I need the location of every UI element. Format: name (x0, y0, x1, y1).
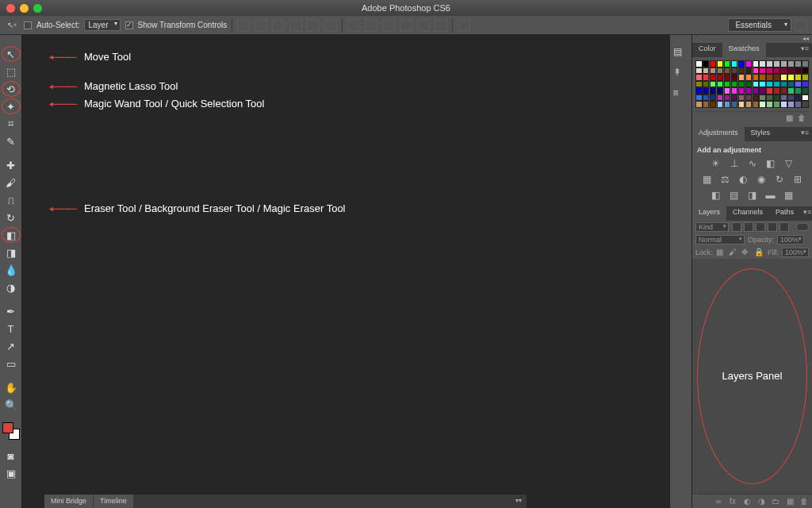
align-icon[interactable] (289, 19, 302, 32)
brightness-icon[interactable]: ☀ (710, 158, 722, 169)
swatch[interactable] (695, 94, 703, 102)
swatch[interactable] (738, 87, 745, 94)
swatch[interactable] (724, 74, 731, 81)
link-layers-icon[interactable]: ∞ (714, 497, 723, 506)
swatch[interactable] (731, 81, 738, 88)
swatch[interactable] (795, 87, 802, 94)
swatch[interactable] (780, 81, 787, 88)
swatch[interactable] (703, 94, 710, 102)
swatch[interactable] (710, 74, 717, 81)
swatch[interactable] (795, 81, 802, 88)
swatch[interactable] (703, 81, 710, 88)
swatch[interactable] (724, 101, 731, 108)
lasso-tool[interactable]: ⟲ (2, 81, 21, 97)
swatch[interactable] (731, 74, 738, 81)
stamp-tool[interactable]: ⎍ (2, 192, 21, 208)
swatch[interactable] (724, 60, 731, 67)
transform-checkbox[interactable] (125, 21, 133, 29)
distribute-icon[interactable] (435, 19, 447, 32)
swatch[interactable] (753, 81, 760, 88)
swatch[interactable] (753, 87, 760, 94)
photo-filter-icon[interactable]: ◉ (756, 174, 768, 185)
swatch[interactable] (753, 74, 760, 81)
align-icon[interactable] (255, 19, 267, 32)
swatch[interactable] (695, 74, 703, 81)
eyedropper-tool[interactable]: ✎ (2, 133, 21, 149)
eraser-tool[interactable]: ◧ (2, 227, 21, 243)
tab-color[interactable]: Color (692, 43, 722, 57)
swatch[interactable] (731, 87, 738, 94)
exposure-icon[interactable]: ◧ (764, 158, 776, 169)
swatch[interactable] (802, 81, 809, 88)
swatch[interactable] (745, 101, 753, 108)
swatch[interactable] (759, 60, 766, 67)
swatch[interactable] (745, 94, 753, 102)
collapse-icon[interactable]: ◂◂ (692, 35, 812, 43)
new-layer-icon[interactable]: ▦ (785, 497, 795, 506)
swatch[interactable] (773, 101, 780, 108)
swatch[interactable] (753, 67, 760, 75)
swatch[interactable] (773, 94, 780, 102)
workspace-dropdown[interactable]: Essentials (728, 18, 791, 32)
swatch[interactable] (787, 60, 795, 67)
swatch[interactable] (773, 87, 780, 94)
swatch[interactable] (738, 67, 745, 75)
swatch[interactable] (738, 60, 745, 67)
swatch[interactable] (731, 60, 738, 67)
align-icon[interactable] (237, 19, 250, 32)
swatch[interactable] (738, 94, 745, 102)
swatch[interactable] (759, 67, 766, 75)
dodge-tool[interactable]: ◑ (2, 279, 21, 295)
selective-color-icon[interactable]: ▦ (783, 190, 795, 201)
swatch[interactable] (717, 94, 724, 102)
swatch[interactable] (766, 94, 773, 102)
align-icon[interactable] (307, 19, 320, 32)
swatch[interactable] (795, 74, 802, 81)
swatch[interactable] (695, 81, 703, 88)
collapse-icon[interactable]: ▾▾ (511, 495, 527, 508)
brush-tool[interactable]: 🖌 (2, 175, 21, 190)
swatch[interactable] (766, 101, 773, 108)
tab-timeline[interactable]: Timeline (94, 495, 133, 508)
healing-tool[interactable]: ✚ (2, 157, 21, 173)
swatch[interactable] (773, 67, 780, 75)
swatch[interactable] (710, 101, 717, 108)
lock-transparent-icon[interactable]: ▦ (716, 248, 726, 256)
swatch[interactable] (710, 81, 717, 88)
swatch[interactable] (780, 87, 787, 94)
swatch[interactable] (731, 101, 738, 108)
swatch[interactable] (787, 87, 795, 94)
swatch[interactable] (717, 74, 724, 81)
balance-icon[interactable]: ⚖ (719, 174, 731, 185)
swatch[interactable] (695, 67, 703, 75)
swatch[interactable] (787, 94, 795, 102)
new-group-icon[interactable]: 🗀 (771, 497, 780, 506)
swatch[interactable] (710, 94, 717, 102)
swatch[interactable] (717, 60, 724, 67)
swatch[interactable] (773, 81, 780, 88)
distribute-icon[interactable] (417, 19, 430, 32)
align-icon[interactable] (324, 19, 337, 32)
properties-panel-icon[interactable]: ≡ (673, 87, 689, 102)
swatch[interactable] (703, 101, 710, 108)
swatch[interactable] (780, 101, 787, 108)
layer-mask-icon[interactable]: ◐ (742, 497, 752, 506)
swatch[interactable] (745, 81, 753, 88)
lock-position-icon[interactable]: ✥ (741, 248, 751, 256)
posterize-icon[interactable]: ▤ (728, 190, 740, 201)
swatch[interactable] (724, 94, 731, 102)
panel-menu-icon[interactable]: ▾≡ (800, 206, 812, 221)
swatch[interactable] (695, 60, 703, 67)
distribute-icon[interactable] (365, 19, 377, 32)
lock-image-icon[interactable]: 🖌 (729, 248, 738, 256)
swatch[interactable] (717, 67, 724, 75)
blur-tool[interactable]: 💧 (2, 262, 21, 278)
swatch[interactable] (802, 101, 809, 108)
threshold-icon[interactable]: ◨ (746, 190, 758, 201)
swatch[interactable] (738, 81, 745, 88)
swatch[interactable] (753, 60, 760, 67)
filter-shape-icon[interactable] (768, 222, 777, 232)
swatch[interactable] (787, 67, 795, 75)
autoselect-checkbox[interactable] (24, 21, 32, 29)
filter-pixel-icon[interactable] (732, 222, 741, 232)
